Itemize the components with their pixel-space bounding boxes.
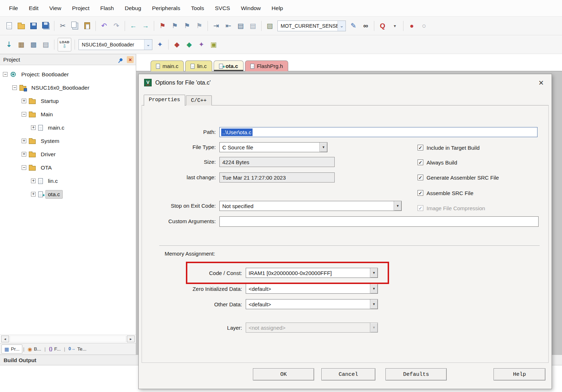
menu-window[interactable]: Window	[236, 3, 266, 14]
binoculars-icon[interactable]: ∞	[360, 20, 371, 32]
previous-bookmark-icon[interactable]: ⚑	[169, 20, 180, 32]
file-type-combo[interactable]: C Source file ▼	[219, 142, 327, 152]
quick-search-icon[interactable]: Q	[377, 20, 388, 32]
tree-item-startup[interactable]: +Startup	[0, 94, 136, 108]
debug-record-icon[interactable]: ●	[406, 20, 418, 32]
manage-runtime-icon[interactable]: ◆	[171, 39, 183, 50]
translate-file-icon[interactable]: ⇣	[3, 39, 15, 50]
menu-help[interactable]: Help	[266, 3, 289, 14]
quick-search-dropdown-icon[interactable]: ▾	[389, 20, 401, 32]
checkbox-generate-assembler-src-file[interactable]: ✓Generate Assembler SRC File	[418, 174, 499, 181]
open-file-icon[interactable]	[15, 20, 27, 32]
checkbox-assemble-src-file[interactable]: ✓Assemble SRC File	[418, 189, 473, 197]
clear-bookmarks-icon[interactable]: ⚑	[193, 20, 205, 32]
dialog-tab-properties[interactable]: Properties	[144, 95, 185, 106]
ok-button[interactable]: OK	[253, 368, 314, 380]
indent-icon[interactable]: ⇥	[210, 20, 222, 32]
new-file-icon[interactable]	[3, 20, 15, 32]
menu-view[interactable]: View	[44, 3, 67, 14]
expand-plus-icon[interactable]: +	[22, 99, 26, 103]
custom-arguments-field[interactable]	[219, 216, 539, 227]
download-load-button[interactable]: LOAD⇩	[58, 38, 71, 51]
uncomment-icon[interactable]: ▤	[247, 20, 259, 32]
menu-flash[interactable]: Flash	[95, 3, 119, 14]
find-in-files-icon[interactable]: ✎	[348, 20, 359, 32]
build-icon[interactable]: ▦	[15, 39, 27, 50]
horizontal-scrollbar[interactable]: ◄ ►	[0, 334, 136, 343]
menu-svcs[interactable]: SVCS	[209, 3, 235, 14]
expand-plus-icon[interactable]: +	[31, 179, 36, 183]
dropdown-arrow-icon[interactable]: ▼	[370, 299, 378, 309]
checkbox-include-in-target-build[interactable]: ✓Include in Target Build	[418, 144, 480, 152]
editor-tab-ota-c[interactable]: *ota.c	[214, 60, 244, 71]
checkbox-icon[interactable]: ✓	[418, 159, 423, 165]
panel-close-icon[interactable]: ×	[127, 56, 134, 63]
copy-icon[interactable]	[69, 20, 81, 32]
cancel-button[interactable]: Cancel	[321, 368, 375, 380]
expand-plus-icon[interactable]: +	[31, 192, 36, 197]
rebuild-icon[interactable]: ▩	[28, 39, 39, 50]
manage-project-items-icon[interactable]: ◆	[183, 39, 195, 50]
checkbox-icon[interactable]: ✓	[418, 175, 423, 180]
tree-item-nsuc16x0-bootloader[interactable]: −NSUC16x0_Bootloader	[0, 81, 136, 94]
collapse-minus-icon[interactable]: −	[22, 112, 26, 117]
save-icon[interactable]	[28, 20, 39, 32]
tree-item-main-c[interactable]: +main.c	[0, 121, 136, 134]
save-all-icon[interactable]	[40, 20, 52, 32]
cut-icon[interactable]: ✂	[57, 20, 68, 32]
collapse-minus-icon[interactable]: −	[12, 85, 17, 90]
editor-tab-main-c[interactable]: main.c	[151, 60, 184, 71]
books-window-icon[interactable]: ▣	[208, 39, 219, 50]
dropdown-arrow-icon[interactable]: ▼	[320, 143, 327, 152]
scroll-right-icon[interactable]: ►	[127, 335, 135, 342]
tree-item-driver[interactable]: +Driver	[0, 148, 136, 161]
paste-icon[interactable]	[81, 20, 93, 32]
tree-item-lin-c[interactable]: +lin.c	[0, 174, 136, 188]
checkbox-icon[interactable]: ✓	[418, 190, 423, 196]
menu-file[interactable]: File	[4, 3, 23, 14]
chevron-down-icon[interactable]: ⌄	[144, 40, 152, 50]
dropdown-arrow-icon[interactable]: ▼	[370, 284, 378, 293]
menu-peripherals[interactable]: Peripherals	[147, 3, 186, 14]
chevron-down-icon[interactable]: ⌄	[338, 21, 345, 31]
target-select-combo[interactable]: NSUC16x0_Bootloader⌄	[79, 39, 152, 50]
redo-icon[interactable]: ↷	[111, 20, 122, 32]
unindent-icon[interactable]: ⇤	[223, 20, 234, 32]
menu-edit[interactable]: Edit	[23, 3, 44, 14]
checkbox-icon[interactable]: ✓	[418, 145, 423, 150]
editor-tab-flashprg-h[interactable]: FlashPrg.h	[245, 60, 289, 71]
insert-bookmark-icon[interactable]: ⚑	[157, 20, 168, 32]
tree-item-project-bootloader[interactable]: −Project: Bootloader	[0, 68, 136, 81]
combo-zero-initialized-data[interactable]: <default>▼	[246, 284, 378, 294]
collapse-minus-icon[interactable]: −	[22, 165, 26, 170]
navigate-back-icon[interactable]: ←	[128, 20, 139, 32]
help-button[interactable]: Help	[494, 368, 545, 380]
next-bookmark-icon[interactable]: ⚑	[181, 20, 193, 32]
pack-installer-icon[interactable]: ✦	[196, 39, 207, 50]
expand-plus-icon[interactable]: +	[22, 152, 26, 157]
project-view-tab[interactable]: ▦Pr...	[1, 344, 22, 353]
navigate-forward-icon[interactable]: →	[140, 20, 151, 32]
tree-item-ota-c[interactable]: +*ota.c	[0, 188, 136, 201]
checkbox-always-build[interactable]: ✓Always Build	[418, 158, 457, 166]
stop-on-exit-combo[interactable]: Not specified ▼	[219, 201, 402, 211]
menu-tools[interactable]: Tools	[186, 3, 209, 14]
options-for-target-icon[interactable]: ✦	[154, 39, 166, 50]
expand-plus-icon[interactable]: +	[22, 139, 26, 143]
path-field[interactable]: ..\User\ota.c	[219, 127, 538, 137]
expand-plus-icon[interactable]: +	[31, 125, 36, 130]
books-view-tab[interactable]: ◉B...	[25, 345, 44, 353]
debug-stop-icon[interactable]: ○	[418, 20, 430, 32]
menu-project[interactable]: Project	[67, 3, 95, 14]
tree-item-main[interactable]: −Main	[0, 108, 136, 121]
scroll-left-icon[interactable]: ◄	[1, 335, 9, 342]
collapse-minus-icon[interactable]: −	[3, 72, 8, 77]
tree-item-ota[interactable]: −OTA	[0, 161, 136, 174]
configure-icon[interactable]: ▨	[264, 20, 276, 32]
search-text-combo[interactable]: MOT_CURRENT_SENSE_L⌄	[277, 21, 346, 31]
dropdown-arrow-icon[interactable]: ▼	[394, 201, 401, 211]
tree-item-system[interactable]: +System	[0, 134, 136, 148]
dialog-close-icon[interactable]: ×	[539, 78, 544, 87]
templates-view-tab[interactable]: 0→Te...	[66, 345, 89, 353]
dialog-tab-c-c[interactable]: C/C++	[186, 95, 212, 105]
